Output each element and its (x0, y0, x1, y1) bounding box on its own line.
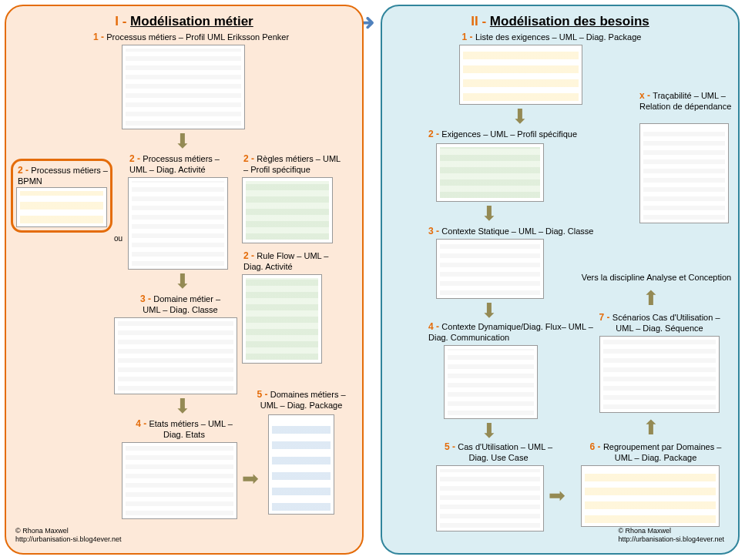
step-2-bpmn: 2 - Processus métiers – BPMN (18, 166, 110, 186)
step-3: 3 - Domaine métier – UML – Diag. Classe (134, 294, 227, 314)
step-2: 2 - Exigences – UML – Profil spécifique (428, 129, 606, 140)
arrow-down-icon: ⬇ (512, 106, 529, 126)
thumb-exigences-profil (436, 143, 544, 202)
panel-modelisation-besoins: II - Modélisation des besoins 1 - Liste … (381, 5, 740, 555)
thumb-processus-penker (122, 45, 245, 129)
highlight-bpmn: 2 - Processus métiers – BPMN (11, 159, 112, 233)
title-text: Modélisation des besoins (490, 14, 649, 29)
arrow-up-icon: ⬆ (643, 417, 659, 438)
label-ou: ou (114, 234, 122, 243)
step-2-regles: 2 - Règles métiers – UML – Profil spécif… (243, 154, 344, 174)
thumb-contexte-statique (436, 239, 544, 299)
step-3: 3 - Contexte Statique – UML – Diag. Clas… (428, 226, 629, 237)
arrow-down-icon: ⬇ (481, 421, 498, 441)
step-4: 4 - Etats métiers – UML – Diag. Etats (134, 419, 234, 439)
thumb-contexte-dyn (444, 345, 538, 419)
thumb-sequence (599, 336, 720, 413)
title-number: I - (115, 14, 130, 29)
thumb-tracabilite (639, 123, 729, 223)
title-text: Modélisation métier (130, 14, 253, 29)
thumb-domaine (114, 317, 237, 394)
credit: © Rhona Maxwel http://urbanisation-si.bl… (15, 527, 122, 544)
thumb-regroupement (581, 465, 720, 527)
arrow-down-icon: ⬇ (174, 271, 191, 291)
panel-modelisation-metier: I - Modélisation métier 1 - Processus mé… (5, 5, 364, 555)
arrow-right-icon: ➡ (242, 468, 259, 488)
step-1: 1 - Processus métiers – Profil UML Eriks… (91, 32, 291, 43)
title-number: II - (471, 14, 490, 29)
panel-title: I - Modélisation métier (12, 14, 356, 29)
thumb-usecase (436, 465, 544, 531)
thumb-packages (268, 414, 334, 515)
panel-title: II - Modélisation des besoins (388, 14, 732, 29)
step-x: x - Traçabilité – UML – Relation de dépe… (639, 91, 732, 111)
arrow-down-icon: ⬇ (174, 131, 191, 151)
arrow-down-icon: ⬇ (174, 396, 191, 416)
thumb-activite (128, 177, 228, 270)
thumb-exigences-pkg (459, 45, 582, 105)
step-6: 6 - Regroupement par Domaines – UML – Di… (582, 442, 729, 462)
step-2-ruleflow: 2 - Rule Flow – UML – Diag. Activité (243, 251, 344, 271)
thumb-ruleflow (242, 274, 322, 364)
arrow-down-icon: ⬇ (481, 203, 498, 223)
step-5: 5 - Domaines métiers – UML – Diag. Packa… (251, 390, 351, 410)
thumb-bpmn (16, 187, 107, 227)
thumb-regles (242, 177, 333, 243)
step-1: 1 - Liste des exigences – UML – Diag. Pa… (451, 32, 652, 43)
credit: © Rhona Maxwel http://urbanisation-si.bl… (618, 527, 724, 544)
arrow-right-icon: ➡ (549, 485, 565, 505)
thumb-etats (122, 442, 237, 519)
arrow-up-icon: ⬆ (643, 288, 659, 308)
step-2-activite: 2 - Processus métiers – UML – Diag. Acti… (129, 154, 222, 174)
label-next-discipline: Vers la discipline Analyse et Conception (579, 273, 733, 283)
arrow-down-icon: ⬇ (481, 300, 498, 320)
step-5: 5 - Cas d'Utilisation – UML – Diag. Use … (441, 442, 556, 462)
step-7: 7 - Scénarios Cas d'Utilisation – UML – … (590, 313, 729, 333)
step-4: 4 - Contexte Dynamique/Diag. Flux– UML –… (428, 322, 598, 342)
